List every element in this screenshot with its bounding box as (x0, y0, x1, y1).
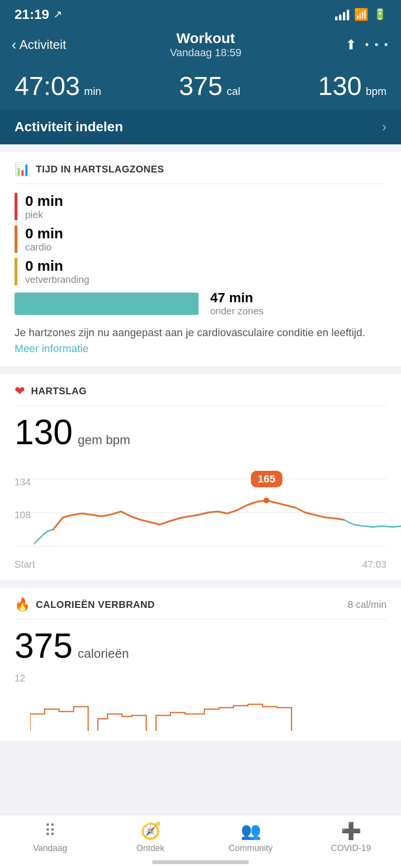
svg-point-0 (263, 497, 269, 503)
zones-icon: 📊 (15, 162, 30, 177)
ontdek-label: Ontdek (136, 843, 164, 853)
zone-cardio-label: cardio (25, 242, 63, 253)
zone-under-value: 47 min (210, 290, 263, 306)
heart-icon: ❤ (15, 384, 25, 399)
covid-label: COVID-19 (331, 843, 371, 853)
community-label: Community (229, 843, 273, 853)
flame-icon: 🔥 (15, 597, 30, 612)
cal-unit: calorieën (78, 646, 129, 661)
share-icon[interactable]: ⬆ (345, 37, 356, 53)
duration-stat: 47:03 min (15, 73, 101, 99)
calories-rate: 8 cal/min (348, 599, 386, 610)
zone-info: Je hartzones zijn nu aangepast aan je ca… (15, 325, 386, 356)
calories-section: 🔥 CALORIEËN VERBRAND 8 cal/min 375 calor… (0, 588, 401, 741)
calories-value-row: 375 calorieën (15, 628, 386, 663)
vandaag-icon: ⠿ (44, 821, 56, 840)
zone-vetverbranding-label: vetverbranding (25, 274, 89, 285)
more-icon[interactable]: • • • (365, 38, 389, 51)
header-title: Workout Vandaag 18:59 (170, 30, 242, 59)
wifi-icon: 📶 (354, 8, 369, 21)
hartslag-title: HARTSLAG (31, 386, 87, 397)
chart-x-labels: Start 47:03 (15, 559, 386, 570)
zone-piek: 0 min piek (15, 193, 386, 220)
stats-bar: 47:03 min 375 cal 130 bpm (0, 68, 401, 109)
zone-cardio: 0 min cardio (15, 225, 386, 253)
duration-unit: min (84, 85, 101, 97)
heartrate-value: 130 (318, 71, 362, 100)
zone-piek-label: piek (25, 209, 63, 220)
status-time: 21:19 (15, 7, 49, 22)
zone-piek-value: 0 min (25, 193, 63, 209)
zone-info-link[interactable]: Meer informatie (15, 342, 89, 355)
calories-header: 🔥 CALORIEËN VERBRAND 8 cal/min (15, 597, 386, 620)
ontdek-icon: 🧭 (140, 821, 161, 840)
hartslag-value-row: 130 gem bpm (15, 415, 386, 450)
hr-chart-svg (34, 459, 401, 556)
chevron-left-icon: ‹ (12, 36, 16, 53)
chart-x-start: Start (15, 559, 35, 570)
battery-icon: 🔋 (373, 8, 386, 21)
hr-chart: 134 108 165 (15, 459, 386, 556)
y-label-108: 108 (15, 510, 31, 521)
hr-tooltip-value: 165 (258, 473, 276, 485)
header: ‹ Activiteit Workout Vandaag 18:59 ⬆ • •… (0, 26, 401, 68)
activity-banner[interactable]: Activiteit indelen › (0, 109, 401, 144)
back-button[interactable]: ‹ Activiteit (12, 36, 66, 53)
heart-zones-title: TIJD IN HARTSLAGZONES (36, 164, 164, 175)
zone-vetverbranding-value: 0 min (25, 258, 89, 274)
bottom-spacer (0, 741, 401, 799)
back-label: Activiteit (19, 37, 66, 52)
cal-y-label: 12 (15, 673, 25, 684)
home-indicator (152, 860, 249, 864)
heartrate-unit: bpm (366, 85, 386, 97)
nav-ontdek[interactable]: 🧭 Ontdek (126, 821, 175, 853)
status-icons: 📶 🔋 (335, 8, 386, 21)
community-icon: 👥 (241, 821, 261, 840)
zone-under: 47 min onder zones (15, 290, 386, 317)
status-bar: 21:19 ↗ 📶 🔋 (0, 0, 401, 26)
covid-icon: ➕ (341, 821, 361, 840)
zone-vetverbranding: 0 min vetverbranding (15, 258, 386, 285)
calories-unit: cal (227, 85, 240, 97)
header-actions: ⬆ • • • (345, 37, 389, 53)
vandaag-label: Vandaag (33, 843, 67, 853)
signal-icon (335, 9, 349, 20)
workout-subtitle: Vandaag 18:59 (170, 46, 242, 59)
zone-under-bar (15, 293, 199, 315)
zone-info-text: Je hartzones zijn nu aangepast aan je ca… (15, 326, 365, 339)
nav-vandaag[interactable]: ⠿ Vandaag (26, 821, 75, 853)
zone-cardio-value: 0 min (25, 225, 63, 242)
cal-chart: 12 (15, 673, 386, 731)
chart-x-end: 47:03 (362, 559, 386, 570)
heart-zones-section: 📊 TIJD IN HARTSLAGZONES 0 min piek 0 min… (0, 152, 401, 366)
workout-title: Workout (170, 30, 242, 46)
nav-covid[interactable]: ➕ COVID-19 (327, 821, 375, 853)
location-icon: ↗ (53, 8, 62, 21)
hartslag-section: ❤ HARTSLAG 130 gem bpm 134 108 165 (0, 374, 401, 580)
calories-value: 375 (179, 71, 223, 100)
duration-value: 47:03 (15, 71, 80, 100)
heartrate-stat: 130 bpm (318, 73, 386, 99)
cal-chart-svg (30, 673, 384, 731)
hr-unit: gem bpm (78, 433, 130, 447)
hr-tooltip: 165 (251, 471, 282, 487)
heart-zones-header: 📊 TIJD IN HARTSLAGZONES (15, 162, 386, 184)
hartslag-header: ❤ HARTSLAG (15, 384, 386, 406)
activity-banner-text: Activiteit indelen (15, 119, 123, 135)
calories-stat: 375 cal (179, 73, 241, 99)
hr-value: 130 (15, 413, 73, 451)
nav-community[interactable]: 👥 Community (227, 821, 275, 853)
zone-under-label: onder zones (210, 306, 263, 317)
y-label-134: 134 (15, 477, 31, 488)
calories-title: CALORIEËN VERBRAND (36, 599, 155, 610)
cal-value: 375 (15, 626, 73, 665)
chevron-right-icon: › (382, 119, 386, 135)
